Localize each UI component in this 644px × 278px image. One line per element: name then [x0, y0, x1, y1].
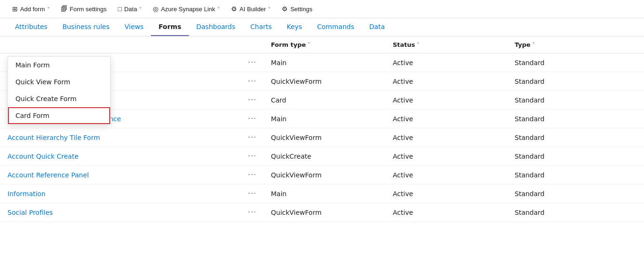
table-row: Account Reference Panel ··· QuickViewFor…: [0, 166, 644, 184]
status-sort-icon[interactable]: ˅: [417, 42, 419, 47]
row-form-type: Main: [271, 115, 393, 123]
row-form-type: Card: [271, 96, 393, 104]
row-name[interactable]: Account Reference Panel: [7, 171, 233, 179]
add-form-label: Add form: [20, 6, 45, 13]
row-status: Active: [393, 171, 515, 179]
tab-data[interactable]: Data: [362, 18, 392, 36]
add-form-button[interactable]: ⊞ Add form ˅: [7, 3, 54, 15]
row-form-type: Main: [271, 59, 393, 66]
row-status: Active: [393, 134, 515, 141]
row-more-options[interactable]: ···: [233, 170, 271, 179]
row-type: Standard: [515, 209, 637, 216]
row-type: Standard: [515, 153, 637, 160]
row-type: Standard: [515, 59, 637, 66]
form-settings-label: Form settings: [70, 6, 107, 13]
row-more-options[interactable]: ···: [233, 58, 271, 67]
azure-synapse-icon: ◎: [153, 5, 158, 13]
form-type-label: Form type: [271, 41, 306, 48]
tab-dashboards[interactable]: Dashboards: [189, 18, 243, 36]
data-icon: □: [118, 5, 122, 13]
row-type: Standard: [515, 134, 637, 141]
ai-builder-label: AI Builder: [240, 6, 266, 13]
type-label: Type: [515, 41, 531, 48]
row-status: Active: [393, 59, 515, 66]
row-more-options[interactable]: ···: [233, 133, 271, 142]
row-form-type: QuickViewForm: [271, 171, 393, 179]
dropdown-item-quick-view-form[interactable]: Quick View Form: [8, 73, 110, 90]
ai-builder-button[interactable]: ⚙ AI Builder ˅: [226, 3, 275, 15]
data-chevron-icon: ˅: [139, 7, 142, 12]
row-form-type: QuickCreate: [271, 153, 393, 160]
tab-commands[interactable]: Commands: [309, 18, 361, 36]
add-form-icon: ⊞: [12, 5, 18, 13]
row-type: Standard: [515, 96, 637, 104]
row-form-type: QuickViewForm: [271, 134, 393, 141]
tab-forms[interactable]: Forms: [151, 18, 188, 36]
tab-charts[interactable]: Charts: [243, 18, 279, 36]
table-row: Account Quick Create ··· QuickCreate Act…: [0, 147, 644, 166]
data-button[interactable]: □ Data ˅: [113, 3, 147, 15]
add-form-dropdown: Main Form Quick View Form Quick Create F…: [7, 56, 111, 124]
nav-tabs: Attributes Business rules Views Forms Da…: [0, 18, 644, 37]
type-sort-icon[interactable]: ˅: [532, 42, 535, 47]
tab-business-rules[interactable]: Business rules: [55, 18, 117, 36]
row-form-type: QuickViewForm: [271, 209, 393, 216]
row-more-options[interactable]: ···: [233, 189, 271, 198]
row-status: Active: [393, 115, 515, 123]
dropdown-item-card-form[interactable]: Card Form: [8, 107, 110, 124]
form-type-sort-icon[interactable]: ˅: [308, 42, 310, 47]
row-more-options[interactable]: ···: [233, 77, 271, 86]
row-type: Standard: [515, 115, 637, 123]
col-form-type-header[interactable]: Form type ˅: [271, 41, 393, 48]
tab-views[interactable]: Views: [117, 18, 151, 36]
ai-chevron-icon: ˅: [268, 7, 270, 12]
row-form-type: Main: [271, 190, 393, 198]
settings-button[interactable]: ⚙ Settings: [277, 3, 317, 15]
table-row: Account Hierarchy Tile Form ··· QuickVie…: [0, 128, 644, 147]
row-type: Standard: [515, 190, 637, 198]
settings-icon: ⚙: [282, 5, 288, 13]
data-label: Data: [124, 6, 137, 13]
row-type: Standard: [515, 171, 637, 179]
toolbar: ⊞ Add form ˅ 🗐 Form settings □ Data ˅ ◎ …: [0, 0, 644, 18]
row-status: Active: [393, 190, 515, 198]
row-name[interactable]: Social Profiles: [7, 209, 233, 216]
status-label: Status: [393, 41, 415, 48]
row-status: Active: [393, 96, 515, 104]
dropdown-item-quick-create-form[interactable]: Quick Create Form: [8, 90, 110, 107]
row-name[interactable]: Information: [7, 190, 233, 198]
tab-attributes[interactable]: Attributes: [7, 18, 55, 36]
table-header: Form type ˅ Status ˅ Type ˅: [0, 37, 644, 53]
main-content: Main Form Quick View Form Quick Create F…: [0, 37, 644, 222]
row-status: Active: [393, 78, 515, 85]
row-more-options[interactable]: ···: [233, 208, 271, 217]
azure-synapse-button[interactable]: ◎ Azure Synapse Link ˅: [148, 3, 225, 15]
row-form-type: QuickViewForm: [271, 78, 393, 85]
tab-keys[interactable]: Keys: [279, 18, 310, 36]
col-status-header[interactable]: Status ˅: [393, 41, 515, 48]
row-name[interactable]: Account Quick Create: [7, 153, 233, 160]
dropdown-item-main-form[interactable]: Main Form: [8, 57, 110, 73]
azure-synapse-label: Azure Synapse Link: [161, 6, 215, 13]
row-more-options[interactable]: ···: [233, 152, 271, 161]
row-more-options[interactable]: ···: [233, 114, 271, 123]
add-form-chevron-icon: ˅: [47, 7, 50, 12]
col-type-header[interactable]: Type ˅: [515, 41, 637, 48]
row-name[interactable]: Account Hierarchy Tile Form: [7, 134, 233, 141]
row-status: Active: [393, 153, 515, 160]
form-settings-icon: 🗐: [61, 5, 67, 13]
table-row: Social Profiles ··· QuickViewForm Active…: [0, 203, 644, 222]
ai-builder-icon: ⚙: [231, 5, 237, 13]
table-row: Information ··· Main Active Standard: [0, 184, 644, 203]
form-settings-button[interactable]: 🗐 Form settings: [56, 3, 112, 15]
azure-chevron-icon: ˅: [217, 7, 220, 12]
settings-label: Settings: [290, 6, 312, 13]
row-status: Active: [393, 209, 515, 216]
row-type: Standard: [515, 78, 637, 85]
row-more-options[interactable]: ···: [233, 95, 271, 104]
